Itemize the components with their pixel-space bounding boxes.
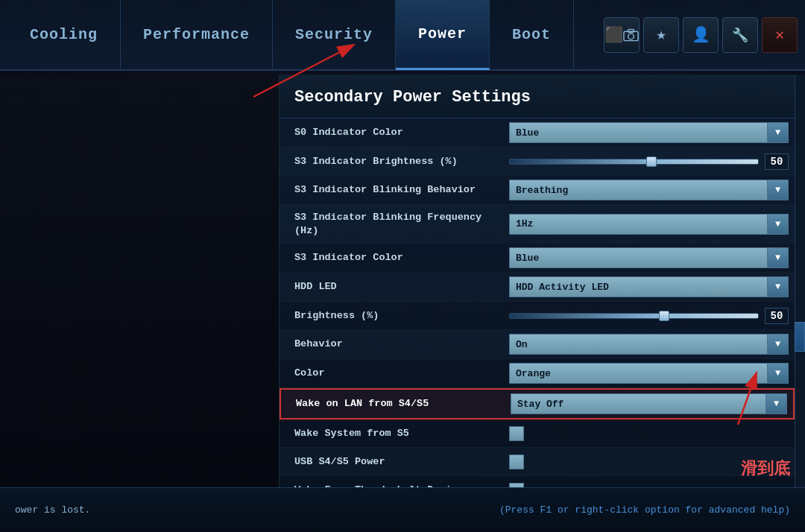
wake-on-lan-value[interactable]: Stay Off ▼: [505, 390, 793, 418]
s3-brightness-slider[interactable]: [509, 159, 759, 165]
setting-s3-brightness: S3 Indicator Brightness (%) 50: [280, 148, 795, 176]
camera-icon-svg: [623, 28, 639, 42]
s3-indicator-color-label: S3 Indicator Color: [280, 245, 503, 270]
section-title: Secondary Power Settings: [280, 75, 805, 118]
behavior-dropdown[interactable]: On ▼: [509, 334, 789, 355]
setting-s3-blinking-behavior: S3 Indicator Blinking Behavior Breathing…: [280, 176, 795, 205]
user-icon: 👤: [692, 25, 710, 44]
s3-blinking-behavior-value[interactable]: Breathing ▼: [503, 176, 795, 204]
s3-brightness-value[interactable]: 50: [503, 150, 795, 174]
wake-on-lan-dropdown[interactable]: Stay Off ▼: [511, 393, 787, 414]
setting-usb-power: USB S4/S5 Power: [280, 448, 795, 476]
s0-color-dropdown[interactable]: Blue ▼: [509, 122, 789, 143]
brightness-slider[interactable]: [509, 313, 759, 319]
setting-wake-on-lan: Wake on LAN from S4/S5 Stay Off ▼: [280, 388, 795, 419]
star-icon: ★: [656, 25, 666, 45]
left-panel: [0, 75, 280, 487]
wrench-button[interactable]: 🔧: [722, 17, 758, 53]
star-button[interactable]: ★: [643, 17, 679, 53]
setting-s3-indicator-color: S3 Indicator Color Blue ▼: [280, 244, 795, 273]
scrollbar[interactable]: [795, 75, 805, 487]
s3-brightness-number: 50: [765, 153, 789, 170]
s3-blinking-freq-dropdown[interactable]: 1Hz ▼: [509, 214, 789, 235]
tab-power[interactable]: Power: [396, 0, 490, 70]
chinese-annotation: 滑到底: [741, 457, 790, 480]
status-text: ower is lost.: [15, 504, 90, 516]
dropdown-arrow-icon: ▼: [767, 335, 788, 354]
dropdown-arrow-icon: ▼: [767, 248, 788, 267]
user-button[interactable]: 👤: [683, 17, 719, 53]
tab-boot[interactable]: Boot: [490, 0, 574, 70]
settings-list: S0 Indicator Color Blue ▼ S3 Indicator B…: [280, 118, 805, 487]
hdd-led-label: HDD LED: [280, 274, 503, 300]
brightness-label: Brightness (%): [280, 303, 503, 329]
s3-blinking-behavior-dropdown[interactable]: Breathing ▼: [509, 180, 789, 200]
setting-hdd-led: HDD LED HDD Activity LED ▼: [280, 273, 795, 302]
tab-cooling[interactable]: Cooling: [7, 0, 121, 70]
s3-blinking-freq-value[interactable]: 1Hz ▼: [503, 210, 795, 238]
s0-indicator-color-label: S0 Indicator Color: [280, 120, 503, 145]
hdd-led-value[interactable]: HDD Activity LED ▼: [503, 273, 795, 301]
brightness-number: 50: [765, 308, 789, 324]
tab-performance[interactable]: Performance: [121, 0, 273, 70]
close-button[interactable]: ✕: [762, 17, 798, 53]
dropdown-arrow-icon: ▼: [767, 215, 788, 234]
s3-indicator-color-value[interactable]: Blue ▼: [503, 244, 795, 272]
dropdown-arrow-icon: ▼: [767, 123, 788, 142]
s3-brightness-label: S3 Indicator Brightness (%): [280, 149, 503, 174]
close-icon: ✕: [775, 25, 784, 44]
status-bar: ower is lost. (Press F1 or right-click o…: [0, 487, 805, 532]
color-label: Color: [280, 361, 503, 386]
wake-system-s5-checkbox[interactable]: [509, 426, 524, 441]
setting-wake-system-s5: Wake System from S5: [280, 419, 795, 448]
help-text: (Press F1 or right-click option for adva…: [499, 504, 790, 516]
wrench-icon: 🔧: [732, 27, 748, 43]
dropdown-arrow-icon: ▼: [765, 394, 786, 414]
tab-icons-group: ⬛ ★ 👤 🔧 ✕: [604, 17, 798, 53]
dropdown-arrow-icon: ▼: [767, 180, 788, 200]
s3-color-dropdown[interactable]: Blue ▼: [509, 247, 789, 268]
dropdown-arrow-icon: ▼: [767, 364, 788, 383]
behavior-value[interactable]: On ▼: [503, 330, 795, 358]
hdd-led-dropdown[interactable]: HDD Activity LED ▼: [509, 276, 789, 297]
color-value[interactable]: Orange ▼: [503, 359, 795, 387]
wake-system-s5-label: Wake System from S5: [280, 421, 503, 446]
setting-s0-indicator-color: S0 Indicator Color Blue ▼: [280, 118, 795, 148]
s0-indicator-color-value[interactable]: Blue ▼: [503, 118, 795, 147]
tabs-bar: Cooling Performance Security Power Boot …: [0, 0, 805, 71]
main-content: Secondary Power Settings S0 Indicator Co…: [280, 75, 805, 487]
color-dropdown[interactable]: Orange ▼: [509, 363, 789, 384]
tab-security[interactable]: Security: [273, 0, 396, 70]
s3-blinking-freq-label: S3 Indicator Blinking Frequency (Hz): [280, 205, 503, 243]
setting-s3-blinking-freq: S3 Indicator Blinking Frequency (Hz) 1Hz…: [280, 205, 795, 244]
s3-blinking-behavior-label: S3 Indicator Blinking Behavior: [280, 177, 503, 203]
camera-icon: ⬛: [604, 25, 623, 44]
usb-power-label: USB S4/S5 Power: [280, 449, 503, 475]
thunderbolt-value[interactable]: [503, 479, 795, 487]
setting-thunderbolt: Wake From Thunderbolt Devices: [280, 476, 795, 487]
behavior-label: Behavior: [280, 332, 503, 357]
wake-on-lan-label: Wake on LAN from S4/S5: [281, 391, 505, 417]
brightness-value[interactable]: 50: [503, 304, 795, 328]
scrollbar-thumb[interactable]: [795, 322, 805, 352]
usb-power-checkbox[interactable]: [509, 455, 524, 469]
thunderbolt-label: Wake From Thunderbolt Devices: [280, 478, 503, 487]
dropdown-arrow-icon: ▼: [767, 277, 788, 297]
setting-brightness: Brightness (%) 50: [280, 302, 795, 330]
svg-point-1: [628, 34, 634, 39]
wake-system-s5-value[interactable]: [503, 422, 795, 445]
camera-button[interactable]: ⬛: [604, 17, 640, 53]
setting-behavior: Behavior On ▼: [280, 330, 795, 359]
svg-rect-2: [628, 29, 634, 32]
setting-color: Color Orange ▼: [280, 359, 795, 388]
